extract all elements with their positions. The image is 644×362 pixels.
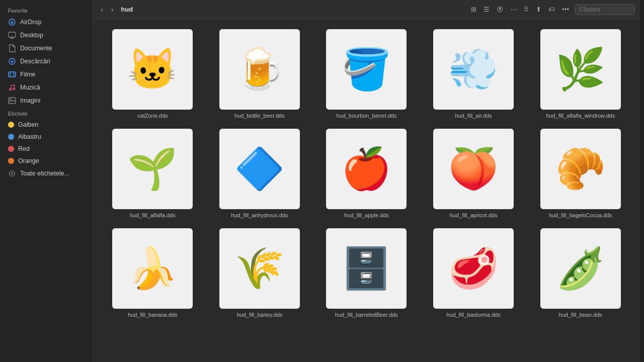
dot-yellow	[8, 122, 14, 128]
sidebar-item-imagini[interactable]: Imagini	[3, 95, 90, 107]
file-name-catzone: catZone.dds	[137, 113, 168, 119]
file-name-fill_barley: hud_fill_barley.dds	[236, 312, 282, 318]
sidebar-item-orange-label: Orange	[18, 157, 39, 164]
sidebar-item-muzica[interactable]: Muzică	[3, 81, 90, 94]
file-thumb-fill_alfalfa: 🌱	[112, 129, 193, 209]
file-name-fill_bagelsCocoa: hud_fill_bagelsCocoa.dds	[549, 212, 612, 218]
file-item-fill_banana[interactable]: 🍌hud_fill_banana.dds	[103, 226, 202, 320]
svg-rect-1	[9, 32, 16, 37]
file-item-bourbon_barrel[interactable]: 🪣hud_bourbon_barrel.dds	[317, 27, 416, 121]
share-button[interactable]: ⬆	[533, 4, 544, 15]
svg-point-13	[13, 88, 15, 90]
file-name-fill_air: hud_fill_air.dds	[455, 113, 492, 119]
svg-point-15	[10, 99, 12, 100]
sidebar-item-toate[interactable]: Toate etichetele...	[3, 167, 90, 179]
file-name-fill_alfalfa_windrow: hud_fill_alfalfa_windrow.dds	[546, 113, 615, 119]
file-thumb-fill_alfalfa_windrow: 🌿	[540, 29, 621, 110]
file-item-fill_anhydrous[interactable]: 🔷hud_fill_anhydrous.dds	[210, 127, 309, 220]
sidebar-item-galben[interactable]: Galben	[3, 119, 90, 130]
file-name-fill_anhydrous: hud_fill_anhydrous.dds	[231, 212, 288, 218]
file-item-catzone[interactable]: 🐱catZone.dds	[103, 27, 202, 121]
search-input[interactable]	[575, 4, 635, 15]
file-item-fill_alfalfa[interactable]: 🌱hud_fill_alfalfa.dds	[103, 127, 202, 220]
file-thumb-bottle_beer: 🍺	[219, 29, 300, 110]
file-name-fill_barreledBeer: hud_fill_barreledBeer.dds	[335, 312, 398, 318]
dot-red	[8, 146, 14, 152]
file-item-fill_barley[interactable]: 🌾hud_fill_barley.dds	[210, 226, 309, 320]
sidebar-item-documente-label: Documente	[20, 45, 52, 52]
file-grid: 🐱catZone.dds🍺hud_bottle_beer.dds🪣hud_bou…	[93, 19, 640, 362]
sidebar-item-toate-label: Toate etichetele...	[20, 170, 69, 177]
file-thumb-fill_barley: 🌾	[219, 228, 300, 309]
sidebar-item-documente[interactable]: Documente	[3, 42, 90, 54]
file-thumb-fill_banana: 🍌	[112, 228, 193, 309]
sidebar-item-filme-label: Filme	[20, 71, 36, 78]
file-name-fill_apricot: hud_fill_apricot.dds	[450, 212, 498, 218]
toolbar-icons: ⊞ ☰ ⦿ ⋯ ⠿ ⬆ 🏷 •••	[468, 4, 572, 15]
tag-button[interactable]: 🏷	[546, 4, 557, 15]
file-name-bourbon_barrel: hud_bourbon_barrel.dds	[337, 113, 397, 119]
file-name-fill_apple: hud_fill_apple.dds	[344, 212, 389, 218]
photo-icon	[8, 97, 16, 105]
file-thumb-fill_air: 💨	[433, 29, 514, 110]
doc-icon	[8, 44, 16, 52]
sidebar-item-filme[interactable]: Filme	[3, 68, 90, 80]
sidebar-item-orange[interactable]: Orange	[3, 155, 90, 166]
file-thumb-fill_bean: 🫛	[540, 228, 621, 309]
file-thumb-bourbon_barrel: 🪣	[326, 29, 407, 110]
sidebar-item-airdrop[interactable]: AirDrop	[3, 16, 90, 28]
file-item-fill_barreledBeer[interactable]: 🗄️hud_fill_barreledBeer.dds	[317, 226, 416, 320]
file-name-fill_alfalfa: hud_fill_alfalfa.dds	[130, 212, 176, 218]
svg-rect-14	[9, 98, 16, 104]
folder-title: hud	[121, 6, 133, 13]
sidebar-item-desktop-label: Desktop	[20, 32, 43, 39]
download-icon	[8, 57, 16, 65]
film-icon	[8, 70, 16, 78]
sidebar-item-desktop[interactable]: Desktop	[3, 29, 90, 41]
sidebar: Favorite AirDrop Desktop Documente	[0, 0, 93, 362]
file-item-fill_bagelsCocoa[interactable]: 🥐hud_fill_bagelsCocoa.dds	[531, 127, 630, 220]
svg-point-12	[10, 88, 12, 90]
sidebar-item-albastru-label: Albastru	[18, 133, 41, 140]
file-thumb-fill_apricot: 🍑	[433, 129, 514, 209]
file-item-fill_air[interactable]: 💨hud_fill_air.dds	[424, 27, 523, 121]
scrollbar[interactable]	[640, 0, 644, 362]
grid-button[interactable]: ⠿	[521, 4, 531, 15]
sidebar-item-muzica-label: Muzică	[20, 84, 40, 91]
file-item-fill_apricot[interactable]: 🍑hud_fill_apricot.dds	[424, 127, 523, 220]
tags-all-icon	[8, 169, 16, 177]
file-item-fill_alfalfa_windrow[interactable]: 🌿hud_fill_alfalfa_windrow.dds	[531, 27, 630, 121]
file-thumb-fill_barreledBeer: 🗄️	[326, 228, 407, 309]
sidebar-item-airdrop-label: AirDrop	[20, 19, 41, 26]
tags-label: Etichete	[0, 107, 93, 119]
file-thumb-fill_apple: 🍎	[326, 129, 407, 209]
back-button[interactable]: ‹	[98, 4, 106, 15]
view-list-button[interactable]: ☰	[481, 4, 492, 15]
sidebar-item-descarcari[interactable]: Descărcări	[3, 55, 90, 67]
file-name-fill_banana: hud_fill_banana.dds	[128, 312, 177, 318]
desktop-icon	[8, 31, 16, 39]
dot-orange	[8, 158, 14, 164]
view-icons-button[interactable]: ⊞	[468, 4, 479, 15]
toolbar: ‹ › hud ⊞ ☰ ⦿ ⋯ ⠿ ⬆ 🏷 •••	[93, 0, 640, 19]
sidebar-item-albastru[interactable]: Albastru	[3, 131, 90, 142]
sidebar-item-red[interactable]: Red	[3, 143, 90, 154]
view-gallery-button[interactable]: ⋯	[508, 4, 519, 15]
file-name-fill_bean: hud_fill_bean.dds	[559, 312, 602, 318]
main-content: ‹ › hud ⊞ ☰ ⦿ ⋯ ⠿ ⬆ 🏷 ••• 🐱catZone.dds🍺h…	[93, 0, 640, 362]
sidebar-item-descarcari-label: Descărcări	[20, 58, 50, 65]
file-item-fill_apple[interactable]: 🍎hud_fill_apple.dds	[317, 127, 416, 220]
svg-rect-5	[9, 72, 16, 77]
sidebar-item-imagini-label: Imagini	[20, 97, 40, 104]
more-button[interactable]: •••	[559, 4, 572, 15]
file-thumb-fill_basturma: 🥩	[433, 228, 514, 309]
forward-button[interactable]: ›	[109, 4, 116, 15]
file-item-bottle_beer[interactable]: 🍺hud_bottle_beer.dds	[210, 27, 309, 121]
file-item-fill_basturma[interactable]: 🥩hud_fill_basturma.dds	[424, 226, 523, 320]
file-item-fill_bean[interactable]: 🫛hud_fill_bean.dds	[531, 226, 630, 320]
dot-blue	[8, 134, 14, 140]
file-thumb-fill_bagelsCocoa: 🥐	[540, 129, 621, 209]
file-name-fill_basturma: hud_fill_basturma.dds	[446, 312, 501, 318]
file-thumb-catzone: 🐱	[112, 29, 193, 110]
view-columns-button[interactable]: ⦿	[494, 4, 506, 15]
